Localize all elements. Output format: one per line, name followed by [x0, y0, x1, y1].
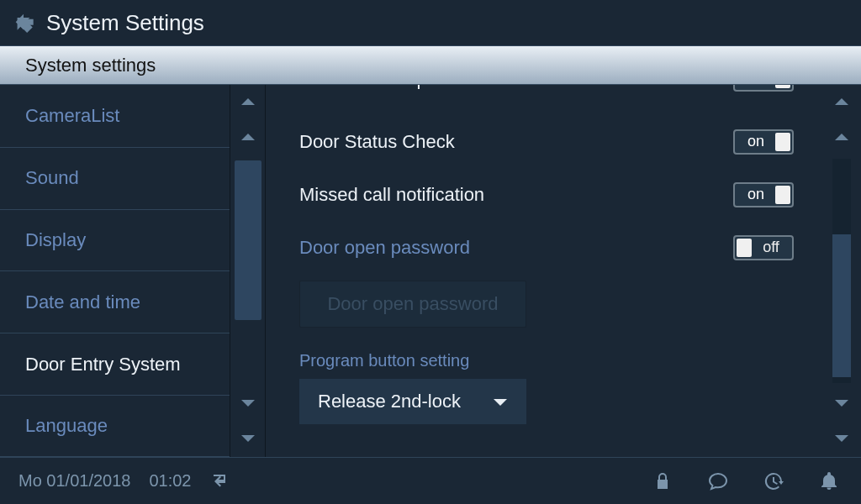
toggle-state: on [737, 85, 775, 88]
toggle-state: on [737, 133, 775, 150]
sidebar-item-door-entry-system[interactable]: Door Entry System [0, 333, 230, 395]
tab-bar: System settings [0, 46, 861, 85]
page-title: System Settings [46, 10, 204, 36]
chevron-up-icon [834, 130, 849, 145]
sidebar-scroll-up-1[interactable] [230, 85, 266, 120]
sidebar-scroll-thumb[interactable] [235, 160, 261, 320]
sidebar-item-language[interactable]: Language [0, 395, 230, 457]
speech-bubble-icon[interactable] [708, 471, 728, 491]
sidebar: CameraList Sound Display Date and time D… [0, 85, 230, 457]
sidebar-scrollbar[interactable] [230, 85, 266, 457]
chevron-up-icon [834, 95, 849, 110]
toggle-state: on [737, 186, 775, 203]
back-button[interactable] [0, 0, 46, 46]
setting-door-open-password: Door open password off [299, 221, 794, 274]
return-icon[interactable] [210, 471, 230, 491]
toggle-knob [775, 186, 790, 204]
setting-label: Missed call notification [299, 184, 484, 206]
setting-door-status-check: Door Status Check on [299, 115, 794, 168]
chevron-down-icon [240, 396, 256, 412]
sidebar-item-date-and-time[interactable]: Date and time [0, 270, 230, 333]
chevron-up-icon [240, 95, 256, 110]
footer-date: Mo 01/01/2018 [18, 471, 130, 491]
footer: Mo 01/01/2018 01:02 [0, 457, 861, 504]
sidebar-item-display[interactable]: Display [0, 209, 230, 271]
chevron-up-icon [240, 130, 256, 145]
toggle-automatic-snapshots[interactable]: on [733, 85, 794, 92]
chevron-down-icon [493, 391, 508, 412]
chevron-down-icon [834, 432, 849, 447]
dropdown-selected: Release 2nd-lock [318, 391, 461, 412]
tab-system-settings[interactable]: System settings [25, 55, 156, 76]
panel-scroll-track[interactable] [832, 159, 851, 383]
panel-scroll-down-2[interactable] [824, 422, 859, 457]
setting-label: Door Status Check [299, 131, 455, 153]
toggle-knob [737, 239, 752, 257]
body: CameraList Sound Display Date and time D… [0, 85, 861, 457]
chevron-down-icon [834, 396, 849, 412]
lock-icon[interactable] [652, 471, 673, 491]
sidebar-scroll-down-2[interactable] [230, 422, 266, 457]
toggle-door-status-check[interactable]: on [733, 129, 794, 155]
panel-scroll-down-1[interactable] [824, 386, 859, 422]
toggle-door-open-password[interactable]: off [733, 235, 794, 260]
door-open-password-button: Door open password [299, 281, 526, 328]
sidebar-scroll-down-1[interactable] [230, 386, 266, 422]
toggle-state: off [752, 239, 790, 256]
toggle-missed-call-notification[interactable]: on [733, 182, 794, 207]
toggle-knob [775, 85, 790, 88]
sidebar-scroll-up-2[interactable] [230, 120, 266, 155]
panel-scrollbar[interactable] [822, 85, 861, 457]
bell-icon[interactable] [819, 471, 839, 491]
setting-label: Door open password [299, 237, 470, 259]
panel-scroll-up-1[interactable] [824, 85, 859, 120]
program-button-dropdown[interactable]: Release 2nd-lock [299, 379, 526, 424]
chevron-down-icon [240, 432, 256, 447]
setting-label: Automatic snapshots [299, 85, 471, 90]
panel-scroll-up-2[interactable] [824, 120, 859, 155]
back-arrow-icon [12, 9, 35, 36]
program-button-section-label: Program button setting [299, 351, 794, 370]
sidebar-item-sound[interactable]: Sound [0, 147, 230, 209]
sidebar-item-cameralist[interactable]: CameraList [0, 85, 230, 147]
settings-panel: Automatic snapshots on Door Status Check… [266, 85, 822, 457]
header: System Settings [0, 0, 861, 46]
panel-scroll-thumb[interactable] [832, 234, 851, 377]
footer-time: 01:02 [149, 471, 191, 491]
history-icon[interactable] [763, 471, 784, 491]
setting-missed-call-notification: Missed call notification on [299, 168, 794, 221]
toggle-knob [775, 133, 790, 151]
setting-automatic-snapshots: Automatic snapshots on [299, 85, 794, 115]
